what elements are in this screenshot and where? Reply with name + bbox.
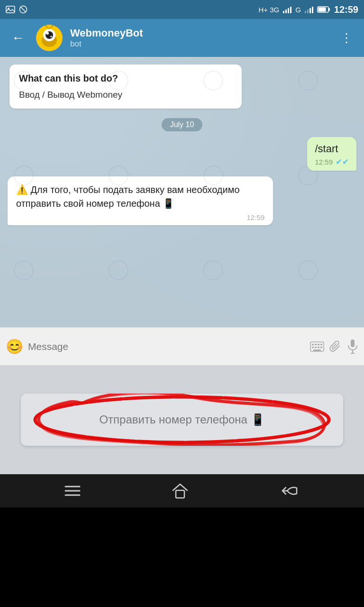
incoming-message: ⚠️ Для того, чтобы подать заявку вам нео… — [8, 176, 273, 225]
svg-rect-18 — [312, 344, 314, 345]
image-icon — [6, 6, 15, 13]
signal-icon-1 — [283, 6, 291, 13]
status-bar-right: H+ 3G G 12:59 — [258, 4, 358, 15]
incoming-message-wrap: ⚠️ Для того, чтобы подать заявку вам нео… — [8, 176, 356, 225]
incoming-message-text: ⚠️ Для того, чтобы подать заявку вам нео… — [16, 183, 264, 211]
signal-icon-2 — [305, 6, 313, 13]
svg-rect-24 — [318, 347, 319, 348]
incoming-message-meta: 12:59 — [16, 213, 264, 221]
bot-info-body: Ввод / Вывод Webmoney — [19, 90, 232, 100]
chat-header: ← WebmoneyBot bot ⋮ — [0, 19, 364, 57]
emoji-button[interactable]: 😊 — [6, 338, 23, 355]
svg-point-16 — [52, 25, 54, 27]
header-info: WebmoneyBot bot — [70, 27, 329, 49]
more-options-button[interactable]: ⋮ — [337, 27, 356, 49]
mic-icon[interactable] — [347, 339, 358, 354]
date-separator: July 10 — [8, 118, 356, 131]
svg-rect-34 — [176, 490, 184, 498]
battery-icon — [317, 6, 330, 13]
svg-line-3 — [20, 7, 26, 12]
bot-name: WebmoneyBot — [70, 27, 329, 39]
svg-rect-23 — [315, 347, 317, 348]
chat-area: What can this bot do? Ввод / Вывод Webmo… — [0, 57, 364, 327]
blocked-icon — [19, 5, 27, 14]
read-ticks-icon: ✔✔ — [336, 157, 349, 167]
nav-bar — [0, 474, 364, 507]
keyboard-icon[interactable] — [310, 341, 324, 352]
svg-rect-21 — [320, 344, 322, 345]
keyboard-panel: Отправить номер телефона 📱 — [0, 365, 364, 474]
svg-rect-27 — [351, 340, 355, 347]
status-bar-left — [6, 5, 27, 14]
incoming-message-time: 12:59 — [246, 213, 264, 221]
svg-point-11 — [46, 32, 49, 35]
nav-menu-button[interactable] — [64, 485, 81, 497]
svg-rect-6 — [318, 8, 326, 12]
outgoing-message: /start 12:59 ✔✔ — [307, 137, 356, 171]
svg-rect-26 — [313, 349, 321, 351]
svg-rect-22 — [312, 347, 314, 348]
svg-point-14 — [45, 25, 47, 27]
svg-rect-19 — [315, 344, 317, 345]
outgoing-message-meta: 12:59 ✔✔ — [315, 157, 349, 167]
svg-rect-20 — [318, 344, 319, 345]
outgoing-message-wrap: /start 12:59 ✔✔ — [8, 137, 356, 171]
attach-icon[interactable] — [329, 340, 342, 353]
clock: 12:59 — [334, 4, 358, 15]
avatar — [36, 25, 63, 51]
avatar-image — [36, 25, 62, 51]
nav-back-button[interactable] — [280, 484, 300, 497]
keyboard-btn-wrap: Отправить номер телефона 📱 — [21, 394, 343, 446]
svg-rect-5 — [328, 8, 330, 11]
status-bar: H+ 3G G 12:59 — [0, 0, 364, 19]
network-label-2: G — [295, 6, 301, 14]
nav-home-button[interactable] — [172, 483, 189, 499]
input-bar: 😊 — [0, 327, 364, 365]
outgoing-message-text: /start — [315, 143, 349, 155]
bot-subtitle: bot — [70, 39, 329, 49]
bot-info-message: What can this bot do? Ввод / Вывод Webmo… — [9, 64, 242, 109]
message-input[interactable] — [28, 341, 305, 352]
svg-point-12 — [50, 36, 52, 37]
bot-info-title: What can this bot do? — [19, 73, 232, 84]
back-button[interactable]: ← — [8, 27, 28, 49]
date-label: July 10 — [162, 118, 203, 131]
send-phone-button-label: Отправить номер телефона 📱 — [99, 413, 264, 426]
svg-rect-25 — [320, 347, 322, 348]
network-label-1: H+ 3G — [258, 6, 279, 14]
outgoing-message-time: 12:59 — [315, 158, 333, 166]
send-phone-button[interactable]: Отправить номер телефона 📱 — [21, 394, 343, 446]
svg-rect-0 — [6, 6, 15, 13]
